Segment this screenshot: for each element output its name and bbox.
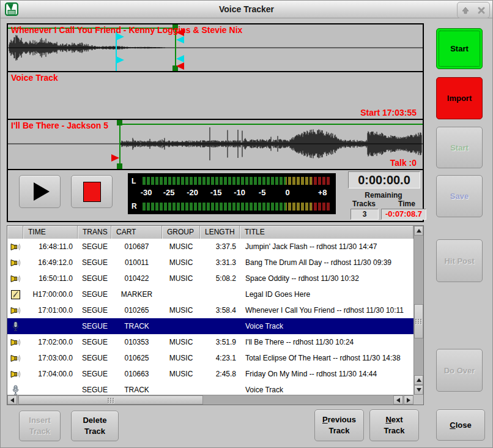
marker-handle-top[interactable] bbox=[117, 120, 122, 125]
voicetrack-editor: Whenever I Call You Friend - Kenny Loggi… bbox=[7, 23, 424, 222]
log-row-selected[interactable]: SEGUETRACKVoice Track bbox=[7, 318, 413, 334]
cell-title: Friday On My Mind -- rdhost 11/30 14:44 bbox=[240, 366, 413, 382]
log-row[interactable]: SEGUETRACKVoice Track bbox=[7, 382, 413, 395]
cell-group bbox=[162, 286, 200, 302]
stop-icon bbox=[83, 182, 101, 202]
cell-trans: SEGUE bbox=[78, 350, 111, 366]
fade-marker-icon[interactable] bbox=[176, 36, 184, 43]
scroll-right-button[interactable] bbox=[404, 395, 413, 405]
log-row[interactable]: 17:01:00.0SEGUE010265MUSIC3:58.4Whenever… bbox=[7, 302, 413, 318]
scroll-left-button-2[interactable] bbox=[393, 395, 403, 405]
cell-title: Bang The Drum All Day -- rdhost 11/30 09… bbox=[240, 255, 413, 271]
meter-right-label: R bbox=[132, 202, 137, 211]
cell-time: 17:01:00.0 bbox=[23, 302, 78, 318]
column-header-cart[interactable]: CART bbox=[111, 226, 162, 239]
speaker-icon bbox=[7, 239, 23, 255]
fade-marker-icon[interactable] bbox=[176, 55, 184, 62]
start-marker-icon[interactable] bbox=[111, 154, 119, 162]
cell-cart: MARKER bbox=[111, 286, 162, 302]
log-row[interactable]: 16:48:11.0SEGUE010687MUSIC3:37.5Jumpin' … bbox=[7, 239, 413, 255]
close-icon[interactable] bbox=[473, 2, 489, 18]
cell-group: MUSIC bbox=[162, 334, 200, 350]
vertical-scrollbar[interactable] bbox=[413, 226, 423, 395]
log-row[interactable]: 17:04:00.0SEGUE010663MUSIC2:45.8Friday O… bbox=[7, 366, 413, 382]
log-row[interactable]: 17:03:00.0SEGUE010625MUSIC4:23.1Total Ec… bbox=[7, 350, 413, 366]
marker-icon bbox=[7, 286, 23, 302]
transport-bar: L -30-25-20-15-10-50+8 R 0:00:00.0 Remai… bbox=[8, 170, 423, 221]
cell-trans: SEGUE bbox=[78, 302, 111, 318]
close-button[interactable]: Close bbox=[436, 409, 485, 441]
log-row[interactable]: 17:02:00.0SEGUE010353MUSIC3:51.9I'll Be … bbox=[7, 334, 413, 350]
cell-length bbox=[200, 286, 240, 302]
log-header: TIMETRANSCARTGROUPLENGTHTITLE bbox=[7, 226, 413, 239]
cell-group: MUSIC bbox=[162, 302, 200, 318]
voice-tracker-window: Voice Tracker bbox=[0, 0, 493, 448]
cell-group: MUSIC bbox=[162, 255, 200, 271]
column-header-time[interactable]: TIME bbox=[23, 226, 78, 239]
cell-title: Whenever I Call You Friend -- rdhost 11/… bbox=[240, 302, 413, 318]
shade-icon[interactable] bbox=[458, 2, 473, 18]
log-row[interactable]: 16:50:11.0SEGUE010422MUSIC5:08.2Space Od… bbox=[7, 271, 413, 286]
speaker-icon bbox=[7, 271, 23, 286]
hit-post-button: Hit Post bbox=[436, 239, 483, 282]
meter-tick-label: -15 bbox=[210, 188, 222, 197]
stop-button[interactable] bbox=[71, 175, 113, 208]
waveform-panel-voice-track[interactable]: Voice Track Start 17:03:55 bbox=[8, 72, 423, 120]
cell-cart: 010265 bbox=[111, 302, 162, 318]
column-header-trans[interactable]: TRANS bbox=[78, 226, 111, 239]
previous-track-button[interactable]: Previous Track bbox=[314, 409, 364, 441]
cell-title: Space Oddity -- rdhost 11/30 10:32 bbox=[240, 271, 413, 286]
horizontal-scroll-thumb[interactable] bbox=[18, 395, 203, 405]
cell-time bbox=[23, 382, 78, 395]
column-header-length[interactable]: LENGTH bbox=[200, 226, 240, 239]
cell-length bbox=[200, 382, 240, 395]
marker-handle-bottom[interactable] bbox=[117, 163, 122, 169]
import-button[interactable]: Import bbox=[436, 77, 483, 119]
window-controls bbox=[457, 2, 490, 18]
cell-length: 4:23.1 bbox=[200, 350, 240, 366]
titlebar: Voice Tracker bbox=[1, 1, 492, 18]
waveform-panel-previous-event[interactable]: Whenever I Call You Friend - Kenny Loggi… bbox=[8, 24, 423, 72]
cell-cart: TRACK bbox=[111, 318, 162, 334]
next-event-title: I'll Be There - Jackson 5 bbox=[11, 121, 108, 130]
cell-length: 2:45.8 bbox=[200, 366, 240, 382]
scroll-up-button-2[interactable] bbox=[414, 375, 423, 385]
meter-tick-label: -20 bbox=[187, 188, 198, 197]
cell-group: MUSIC bbox=[162, 366, 200, 382]
column-header-group[interactable]: GROUP bbox=[162, 226, 200, 239]
insert-track-button: Insert Track bbox=[19, 411, 61, 441]
column-header-icon[interactable] bbox=[7, 226, 23, 239]
cell-group: MUSIC bbox=[162, 350, 200, 366]
cell-length: 3:37.5 bbox=[200, 239, 240, 255]
vertical-scroll-thumb[interactable] bbox=[414, 304, 423, 338]
cell-length bbox=[200, 318, 240, 334]
scroll-left-button[interactable] bbox=[7, 395, 17, 405]
fade-marker-icon[interactable] bbox=[116, 56, 124, 64]
meter-left-label: L bbox=[132, 177, 136, 185]
scroll-up-button[interactable] bbox=[414, 226, 423, 236]
cell-trans: SEGUE bbox=[78, 382, 111, 395]
start-marker-line[interactable] bbox=[119, 120, 120, 169]
column-header-title[interactable]: TITLE bbox=[240, 226, 413, 239]
log-row[interactable]: 16:49:12.0SEGUE010011MUSIC3:31.3Bang The… bbox=[7, 255, 413, 271]
play-button[interactable] bbox=[19, 175, 61, 208]
horizontal-scrollbar[interactable] bbox=[7, 395, 413, 405]
scroll-down-button[interactable] bbox=[414, 385, 423, 395]
do-over-button: Do Over bbox=[436, 349, 483, 392]
start-record-button[interactable]: Start bbox=[436, 28, 483, 69]
delete-track-button[interactable]: Delete Track bbox=[71, 411, 119, 441]
meter-tick-label: -5 bbox=[259, 188, 266, 197]
log-row[interactable]: H17:00:00.0SEGUEMARKERLegal ID Goes Here bbox=[7, 286, 413, 302]
cell-length: 3:58.4 bbox=[200, 302, 240, 318]
meter-tick-label: -30 bbox=[141, 188, 152, 197]
waveform-panel-next-event[interactable]: I'll Be There - Jackson 5 Talk :0 bbox=[8, 120, 423, 170]
cell-title: Voice Track bbox=[240, 318, 413, 334]
cell-cart: 010663 bbox=[111, 366, 162, 382]
speaker-icon bbox=[7, 255, 23, 271]
next-track-button[interactable]: Next Track bbox=[369, 409, 419, 441]
segue-marker-icon[interactable] bbox=[176, 62, 184, 70]
cell-trans: SEGUE bbox=[78, 255, 111, 271]
cell-title: Jumpin' Jack Flash -- rdhost 11/30 14:47 bbox=[240, 239, 413, 255]
cell-title: Total Eclipse Of The Heart -- rdhost 11/… bbox=[240, 350, 413, 366]
cell-time: H17:00:00.0 bbox=[23, 286, 78, 302]
